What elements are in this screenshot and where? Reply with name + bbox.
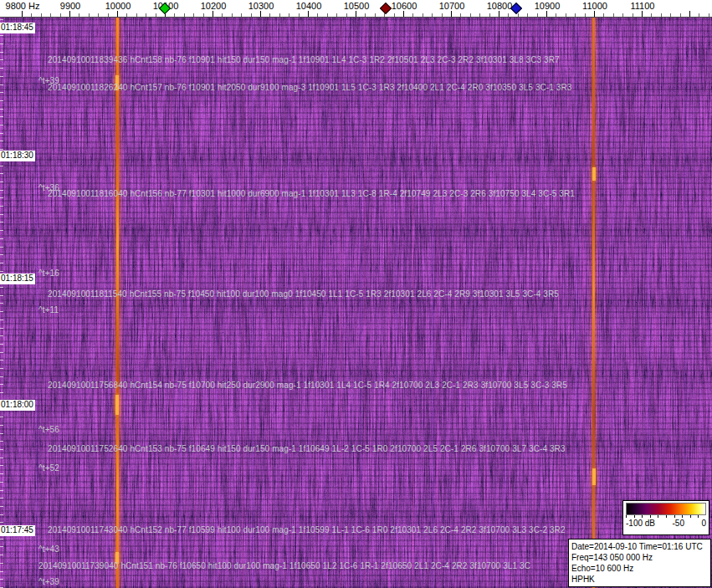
echo-line: Echo=10 600 Hz [571,563,710,574]
time-offset-mark: ^t+43 [38,545,59,554]
echo-burst [115,395,119,415]
freq-label: 10200 [201,1,227,11]
time-label: 01:18:15 [0,274,35,284]
spectral-striations [0,17,712,588]
freq-label: 9900 [60,1,80,11]
freq-label: 10900 [535,1,561,11]
freq-label: 9800 Hz [6,1,40,11]
frequency-line: Freq=143 050 000 Hz [571,552,710,563]
echo-burst [592,167,596,181]
status-info-box: Date=2014-09-10 Time=01:16 UTC Freq=143 … [568,539,711,587]
time-offset-mark: ^t+56 [38,425,59,434]
frequency-ruler: 9800 Hz 9900 10000 10100 10200 10300 104… [0,0,712,18]
detection-data-line: 20140910011752640 hCnt153 nb-75 f10649 h… [48,444,566,453]
freq-label: 10800 [487,1,513,11]
time-offset-mark: ^t+16 [38,268,59,278]
time-label: 01:18:45 [0,23,35,33]
ruler-major-ticks [22,11,712,17]
time-label: 01:18:00 [0,400,35,411]
carrier-line-11000hz [592,17,595,588]
detection-data-line: 20140910011826240 hCnt157 nb-76 f10901 h… [48,83,572,92]
detection-data-line: 20140910011811540 hCnt155 nb-75 f10450 h… [48,289,559,299]
spectrogram-canvas [0,17,712,588]
meteor-echo-spectrogram-window: 9800 Hz 9900 10000 10100 10200 10300 104… [0,0,712,588]
time-label: 01:18:30 [0,151,35,161]
color-gradient-bar [626,503,706,515]
detection-data-line: 20140910011839436 hCnt158 nb-76 f10901 h… [48,55,560,64]
date-time-line: Date=2014-09-10 Time=01:16 UTC [571,541,710,552]
legend-labels: -100 dB -50 0 [626,519,706,528]
freq-label: 10400 [296,1,322,11]
freq-label: 10600 [392,1,417,11]
db-color-scale: -100 dB -50 0 [622,500,709,535]
time-axis-ticks [0,17,3,588]
time-offset-mark: ^t+11 [38,305,59,314]
legend-mid-label: -50 [673,519,684,528]
detection-data-line: 20140910011743040 hCnt152 nb-77 f10599 h… [48,525,566,534]
freq-label: 11100 [631,1,655,11]
freq-label: 10500 [344,1,370,11]
freq-label: 10000 [105,1,131,11]
carrier-line-10000hz [116,17,119,588]
time-offset-mark: ^t+39 [38,577,59,586]
time-offset-mark: ^t+52 [38,463,59,473]
legend-ticks [626,515,706,518]
detection-data-line: 20140910011756840 hCnt154 nb-75 f10700 h… [48,381,567,390]
echo-burst [592,468,596,485]
freq-label: 10700 [439,1,465,11]
freq-label: 10300 [248,1,274,11]
detection-data-line: 20140910011739040 hCnt151 nb-76 f10650 h… [38,561,530,570]
station-id: HPHK [571,574,710,585]
time-label: 01:17:45 [0,525,35,536]
legend-min-label: -100 dB [626,519,655,528]
freq-label: 11000 [582,1,607,11]
legend-max-label: 0 [701,519,706,528]
detection-data-line: 20140910011816040 hCnt156 nb-77 f10301 h… [48,189,575,198]
